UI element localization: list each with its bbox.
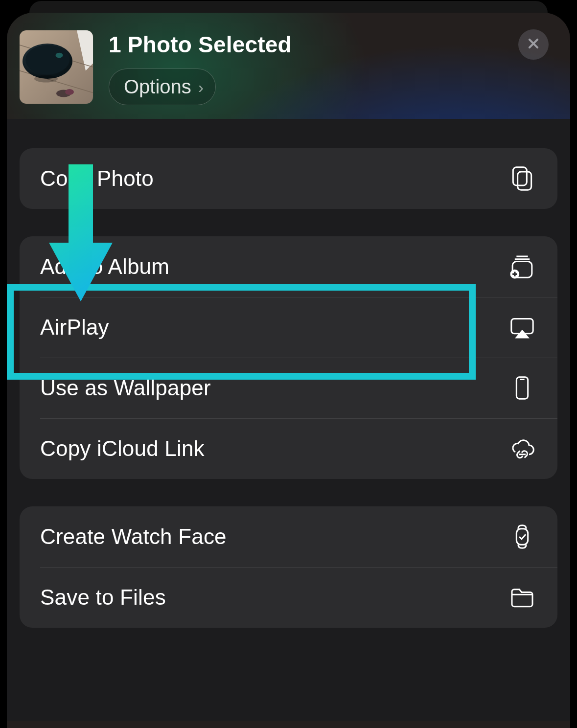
action-label: AirPlay <box>40 315 109 340</box>
options-button[interactable]: Options › <box>109 68 216 105</box>
close-button[interactable] <box>518 29 549 60</box>
copy-icon <box>508 164 537 193</box>
svg-point-9 <box>65 89 74 95</box>
add-to-album-icon <box>508 252 537 281</box>
options-label: Options <box>124 76 191 98</box>
svg-rect-18 <box>516 377 528 399</box>
close-icon <box>527 37 540 52</box>
action-group: Add to Album AirPlay <box>20 236 557 479</box>
action-add-to-album[interactable]: Add to Album <box>20 236 557 297</box>
share-sheet: 1 Photo Selected Options › Copy Photo <box>7 13 570 728</box>
selected-photo-thumbnail[interactable] <box>20 30 93 104</box>
action-label: Add to Album <box>40 254 169 279</box>
share-sheet-title: 1 Photo Selected <box>109 31 551 58</box>
action-use-as-wallpaper[interactable]: Use as Wallpaper <box>20 358 557 418</box>
chevron-right-icon: › <box>198 79 204 95</box>
sheet-stack-hint <box>29 1 548 13</box>
action-group: Create Watch Face Save to Files <box>20 506 557 628</box>
airplay-icon <box>508 313 537 342</box>
watch-icon <box>508 522 537 551</box>
share-sheet-body: Copy Photo Add to Album <box>7 119 570 721</box>
header-texts: 1 Photo Selected Options › <box>109 30 551 105</box>
svg-point-7 <box>34 75 58 83</box>
action-create-watch-face[interactable]: Create Watch Face <box>20 506 557 567</box>
folder-icon <box>508 583 537 612</box>
action-copy-photo[interactable]: Copy Photo <box>20 148 557 209</box>
svg-point-5 <box>25 45 69 74</box>
action-label: Create Watch Face <box>40 524 227 549</box>
action-save-to-files[interactable]: Save to Files <box>20 567 557 628</box>
svg-rect-20 <box>516 529 528 545</box>
action-label: Use as Wallpaper <box>40 376 211 400</box>
action-label: Copy Photo <box>40 166 154 191</box>
icloud-link-icon <box>508 434 537 463</box>
action-group: Copy Photo <box>20 148 557 209</box>
svg-point-6 <box>56 53 63 58</box>
action-copy-icloud-link[interactable]: Copy iCloud Link <box>20 418 557 479</box>
action-airplay[interactable]: AirPlay <box>20 297 557 358</box>
action-label: Save to Files <box>40 585 166 610</box>
action-label: Copy iCloud Link <box>40 436 205 461</box>
share-sheet-header: 1 Photo Selected Options › <box>7 13 570 119</box>
phone-icon <box>508 373 537 403</box>
